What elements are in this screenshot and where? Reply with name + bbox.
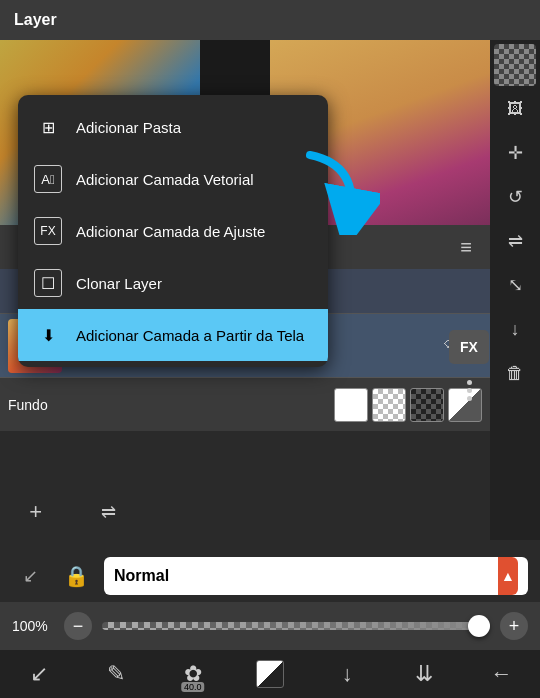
vector-icon: A⃞ [34,165,62,193]
header-title: Layer [14,11,57,29]
blend-back-btn[interactable]: ↙ [12,558,48,594]
opacity-fill [102,622,490,630]
menu-add-adjustment-label: Adicionar Camada de Ajuste [76,223,265,240]
swatch-dark-checker[interactable] [410,388,444,422]
blend-select[interactable]: Normal ▲ [104,557,528,595]
menu-add-vector-label: Adicionar Camada Vetorial [76,171,254,188]
layer-icon-btn[interactable]: 🖼 [494,88,536,130]
dot3 [467,396,472,401]
folder-plus-icon: ⊞ [34,113,62,141]
trash-btn[interactable]: 🗑 [494,352,536,394]
dropdown-menu: ⊞ Adicionar Pasta A⃞ Adicionar Camada Ve… [18,95,328,367]
blend-bar: ↙ 🔒 Normal ▲ [0,549,540,603]
bottom-transform-btn[interactable]: ↙ [15,654,63,694]
arrow-down-btn[interactable]: ↓ [494,308,536,350]
blend-chevron-icon[interactable]: ▲ [498,557,518,595]
menu-add-from-screen-label: Adicionar Camada a Partir da Tela [76,327,304,344]
menu-add-adjustment[interactable]: FX Adicionar Camada de Ajuste [18,205,328,257]
opacity-thumb[interactable] [468,615,490,637]
header: Layer [0,0,540,40]
fx-button[interactable]: FX [449,330,489,364]
left-bottom-icons: + ⇌ [0,480,145,544]
dot2 [467,388,472,393]
move-btn[interactable]: ✛ [494,132,536,174]
opacity-minus-btn[interactable]: − [64,612,92,640]
group-layer-btn[interactable]: ⇌ [101,501,116,523]
right-toolbar: 🖼 ✛ ↺ ⇌ ⤡ ↓ 🗑 [490,40,540,540]
dot1 [467,380,472,385]
fundo-label: Fundo [8,397,326,413]
fx-icon: FX [34,217,62,245]
screen-download-icon: ⬇ [34,321,62,349]
menu-clone-layer[interactable]: ☐ Clonar Layer [18,257,328,309]
mandala-badge: 40.0 [181,682,205,692]
opacity-value: 100% [12,618,54,634]
menu-lines-btn[interactable]: ≡ [450,231,482,263]
checker-btn[interactable] [494,44,536,86]
swatch-checker[interactable] [372,388,406,422]
rotate-btn[interactable]: ↺ [494,176,536,218]
menu-add-from-screen[interactable]: ⬇ Adicionar Camada a Partir da Tela [18,309,328,361]
menu-add-folder-label: Adicionar Pasta [76,119,181,136]
opacity-bar: 100% − + [0,602,540,650]
bottom-back-btn[interactable]: ← [477,654,525,694]
bottom-down-btn[interactable]: ↓ [323,654,371,694]
opacity-track[interactable] [102,622,490,630]
menu-add-vector[interactable]: A⃞ Adicionar Camada Vetorial [18,153,328,205]
bottom-toolbar: ↙ ✎ ✿ 40.0 ↓ ⇊ ← [0,650,540,698]
resize-btn[interactable]: ⤡ [494,264,536,306]
fundo-row: Fundo [0,377,490,431]
bottom-color-btn[interactable] [246,654,294,694]
add-layer-bottom-btn[interactable]: + [29,499,42,525]
clone-icon: ☐ [34,269,62,297]
menu-add-folder[interactable]: ⊞ Adicionar Pasta [18,101,328,153]
blend-lock-btn[interactable]: 🔒 [58,558,94,594]
bottom-mandala-btn[interactable]: ✿ 40.0 [169,654,217,694]
flip-btn[interactable]: ⇌ [494,220,536,262]
three-dots-btn[interactable] [449,380,489,401]
bottom-double-down-btn[interactable]: ⇊ [400,654,448,694]
swatch-white[interactable] [334,388,368,422]
opacity-plus-btn[interactable]: + [500,612,528,640]
menu-clone-layer-label: Clonar Layer [76,275,162,292]
blend-mode-text: Normal [114,567,169,585]
bottom-brush-btn[interactable]: ✎ [92,654,140,694]
